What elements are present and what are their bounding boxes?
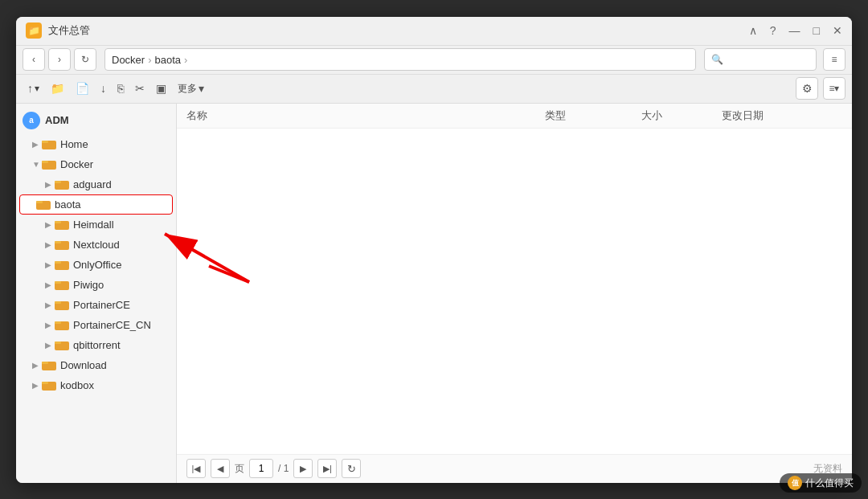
list-view-icon: ≡▾ (829, 83, 839, 94)
tree-toggle-kodbox: ▶ (32, 381, 42, 390)
cut-button[interactable]: ✂ (130, 77, 149, 100)
minimize-restore-btn[interactable]: ∧ (749, 24, 757, 37)
sidebar-item-baota[interactable]: baota (19, 194, 173, 215)
sidebar-item-adguard[interactable]: ▶ adguard (16, 174, 176, 194)
breadcrumb-docker[interactable]: Docker (112, 54, 145, 66)
folder-icon-onlyoffice (55, 259, 69, 270)
minimize-btn[interactable]: — (789, 24, 800, 37)
search-icon: 🔍 (711, 54, 723, 65)
prev-page-button[interactable]: ◀ (211, 459, 230, 478)
tree-toggle-onlyoffice: ▶ (45, 260, 55, 269)
pagination-bar: |◀ ◀ 页 / 1 ▶ ▶| ↻ 无资料 (177, 454, 852, 483)
svg-rect-9 (55, 221, 61, 223)
sidebar-item-kodbox[interactable]: ▶ kodbox (16, 375, 176, 395)
new-file-button[interactable]: 📄 (71, 77, 94, 100)
copy-button[interactable]: ⎘ (113, 77, 129, 100)
sidebar-item-onlyoffice[interactable]: ▶ OnlyOffice (16, 255, 176, 275)
sidebar-item-qbittorrent[interactable]: ▶ qbittorrent (16, 335, 176, 355)
sidebar-label-nextcloud: Nextcloud (73, 239, 120, 251)
compress-icon: ▣ (156, 82, 166, 95)
svg-rect-17 (55, 301, 61, 304)
tree-toggle-nextcloud: ▶ (45, 240, 55, 249)
svg-rect-15 (55, 281, 61, 284)
sidebar-label-download: Download (60, 359, 107, 371)
titlebar: 文件总管 ∧ ? — □ ✕ (16, 17, 852, 46)
sidebar-item-home[interactable]: ▶ Home (16, 134, 176, 154)
tree-toggle-docker: ▼ (32, 160, 42, 169)
more-button[interactable]: 更多 ▾ (173, 77, 209, 100)
folder-icon-nextcloud (55, 239, 69, 250)
watermark-text: 什么值得买 (805, 477, 854, 490)
compress-button[interactable]: ▣ (151, 77, 171, 100)
folder-icon-adguard (55, 178, 69, 190)
watermark: 值 什么值得买 (780, 473, 862, 493)
list-view-button[interactable]: ≡▾ (823, 77, 845, 100)
breadcrumb-baota[interactable]: baota (155, 54, 182, 66)
folder-icon-download (42, 359, 56, 370)
close-btn[interactable]: ✕ (833, 24, 842, 37)
sidebar-label-qbittorrent: qbittorrent (73, 339, 121, 351)
page-number-input[interactable] (249, 459, 273, 478)
next-page-button[interactable]: ▶ (293, 459, 313, 478)
svg-rect-13 (55, 261, 61, 264)
new-folder-button[interactable]: 📁 (46, 77, 69, 100)
sidebar-label-home: Home (60, 138, 88, 150)
folder-icon-portainerce-cn (55, 319, 69, 330)
svg-rect-19 (55, 321, 61, 324)
action-toolbar: ↑ ▾ 📁 📄 ↓ ⎘ ✂ ▣ 更多 ▾ (16, 75, 852, 104)
file-header: 名称 类型 大小 更改日期 (177, 104, 852, 129)
sidebar-item-docker[interactable]: ▼ Docker (16, 154, 176, 174)
breadcrumb[interactable]: Docker › baota › (104, 48, 696, 71)
help-btn[interactable]: ? (770, 24, 776, 37)
sidebar-label-piwigo: Piwigo (73, 279, 104, 291)
refresh-page-button[interactable]: ↻ (342, 459, 361, 478)
svg-rect-25 (42, 382, 48, 384)
view-toggle-button[interactable]: ≡ (823, 48, 845, 71)
svg-rect-7 (36, 201, 43, 203)
new-file-icon: 📄 (76, 82, 89, 95)
upload-button[interactable]: ↑ ▾ (23, 77, 44, 100)
window-controls: ∧ ? — □ ✕ (749, 24, 842, 37)
folder-icon-docker (42, 158, 56, 170)
sidebar-item-nextcloud[interactable]: ▶ Nextcloud (16, 235, 176, 255)
sidebar-item-portainerce[interactable]: ▶ PortainerCE (16, 295, 176, 315)
tree-toggle-portainerce-cn: ▶ (45, 321, 55, 329)
file-list (177, 129, 852, 454)
sidebar-root-label: ADM (45, 114, 69, 126)
last-page-button[interactable]: ▶| (317, 459, 337, 478)
first-page-button[interactable]: |◀ (186, 459, 206, 478)
tree-toggle-qbittorrent: ▶ (45, 341, 55, 350)
window-title: 文件总管 (48, 23, 749, 38)
forward-button[interactable]: › (48, 48, 71, 71)
sidebar-item-portainerce-cn[interactable]: ▶ PortainerCE_CN (16, 315, 176, 335)
search-box[interactable]: 🔍 (704, 48, 817, 71)
sidebar: a ADM ▶ Home ▼ Docker ▶ (16, 104, 177, 483)
back-button[interactable]: ‹ (23, 48, 45, 71)
adm-icon: a (23, 112, 40, 129)
breadcrumb-sep-2: › (184, 54, 187, 66)
sidebar-label-adguard: adguard (73, 178, 112, 190)
empty-state (177, 129, 852, 454)
sidebar-label-onlyoffice: OnlyOffice (73, 259, 121, 271)
new-folder-icon: 📁 (51, 82, 64, 95)
refresh-nav-button[interactable]: ↻ (74, 48, 96, 71)
folder-icon-piwigo (55, 279, 69, 290)
settings-button[interactable]: ⚙ (796, 77, 818, 100)
col-size-header: 大小 (641, 108, 722, 123)
svg-rect-21 (55, 342, 61, 344)
svg-rect-11 (55, 241, 61, 243)
svg-rect-3 (42, 161, 48, 163)
download-button[interactable]: ↓ (96, 77, 111, 100)
maximize-btn[interactable]: □ (813, 24, 820, 37)
settings-icon: ⚙ (802, 82, 813, 95)
sidebar-item-piwigo[interactable]: ▶ Piwigo (16, 275, 176, 295)
tree-toggle-portainerce: ▶ (45, 301, 55, 309)
main-content: a ADM ▶ Home ▼ Docker ▶ (16, 104, 852, 483)
sidebar-label-portainerce-cn: PortainerCE_CN (73, 319, 151, 331)
sidebar-item-download[interactable]: ▶ Download (16, 355, 176, 375)
sidebar-item-heimdall[interactable]: ▶ Heimdall (16, 215, 176, 235)
folder-icon-baota (36, 198, 51, 210)
tree-toggle-heimdall: ▶ (45, 220, 55, 229)
sidebar-item-adm[interactable]: a ADM (16, 107, 176, 134)
file-area: 名称 类型 大小 更改日期 |◀ ◀ 页 / 1 ▶ ▶| ↻ (177, 104, 852, 483)
